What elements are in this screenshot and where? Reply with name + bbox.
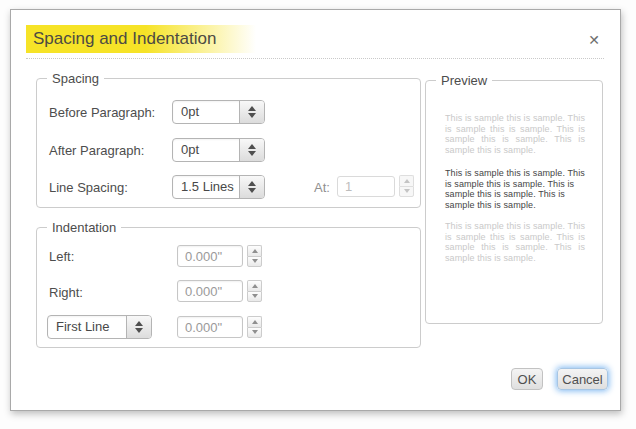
down-arrow-icon (248, 113, 256, 118)
left-indent-spinner[interactable] (247, 245, 262, 267)
spinner-up-icon (252, 284, 258, 288)
spacing-legend: Spacing (47, 71, 104, 86)
preview-paragraph-current: This is sample this is sample. This is s… (445, 168, 585, 210)
spinner-down-icon (252, 294, 258, 298)
dialog-title: Spacing and Indentation (26, 29, 216, 49)
after-paragraph-combo[interactable]: 0pt (172, 138, 265, 162)
at-label: At: (314, 180, 330, 195)
after-paragraph-label: After Paragraph: (49, 143, 144, 158)
preview-paragraph-before: This is sample this is sample. This is s… (445, 113, 585, 155)
title-highlight: Spacing and Indentation (26, 25, 256, 53)
spinner-up-button[interactable] (247, 280, 262, 291)
spinner-down-button[interactable] (247, 291, 262, 303)
at-input (337, 176, 395, 197)
spacing-indentation-dialog: Spacing and Indentation ✕ Spacing Before… (10, 9, 621, 411)
spacing-fieldset: Spacing Before Paragraph: 0pt After Para… (36, 78, 421, 208)
first-line-indent-group (177, 316, 262, 338)
left-indent-input[interactable] (177, 245, 243, 267)
spinner-down-button (399, 186, 414, 198)
right-indent-group (177, 280, 262, 302)
at-spinner (399, 175, 414, 197)
line-spacing-value: 1.5 Lines (173, 176, 239, 198)
spinner-down-icon (252, 259, 258, 263)
spinner-up-icon (404, 179, 410, 183)
before-paragraph-label: Before Paragraph: (49, 105, 155, 120)
line-spacing-label: Line Spacing: (49, 180, 128, 195)
left-indent-group (177, 245, 262, 267)
down-arrow-icon (248, 151, 256, 156)
spinner-up-button (399, 175, 414, 186)
cancel-button[interactable]: Cancel (557, 368, 608, 390)
right-indent-label: Right: (49, 285, 83, 300)
line-spacing-combo[interactable]: 1.5 Lines (172, 175, 265, 199)
header-divider (26, 58, 604, 59)
after-paragraph-value: 0pt (173, 139, 239, 161)
before-paragraph-value: 0pt (173, 101, 239, 123)
screen-background: Spacing and Indentation ✕ Spacing Before… (0, 0, 636, 429)
indentation-fieldset: Indentation Left: Right: First Line (36, 227, 421, 348)
first-line-selector-stepper[interactable] (126, 316, 151, 338)
right-indent-input[interactable] (177, 280, 243, 302)
up-arrow-icon (248, 181, 256, 186)
up-arrow-icon (135, 321, 143, 326)
preview-fieldset: Preview This is sample this is sample. T… (425, 80, 603, 324)
spinner-down-icon (404, 189, 410, 193)
spinner-down-button[interactable] (247, 256, 262, 268)
down-arrow-icon (248, 188, 256, 193)
left-indent-label: Left: (49, 249, 74, 264)
spinner-down-icon (252, 330, 258, 334)
at-spinner-group (337, 175, 414, 197)
spinner-up-button[interactable] (247, 316, 262, 327)
spinner-up-button[interactable] (247, 245, 262, 256)
line-spacing-stepper[interactable] (239, 176, 264, 198)
up-arrow-icon (248, 144, 256, 149)
first-line-selector-value: First Line (48, 316, 126, 338)
ok-button[interactable]: OK (511, 368, 543, 390)
preview-legend: Preview (436, 73, 492, 88)
spinner-down-button[interactable] (247, 327, 262, 339)
first-line-selector[interactable]: First Line (47, 315, 152, 339)
down-arrow-icon (135, 328, 143, 333)
after-paragraph-stepper[interactable] (239, 139, 264, 161)
preview-paragraph-after: This is sample this is sample. This is s… (445, 221, 585, 263)
spinner-up-icon (252, 249, 258, 253)
preview-body: This is sample this is sample. This is s… (445, 113, 585, 263)
right-indent-spinner[interactable] (247, 280, 262, 302)
before-paragraph-combo[interactable]: 0pt (172, 100, 265, 124)
before-paragraph-stepper[interactable] (239, 101, 264, 123)
close-icon[interactable]: ✕ (585, 31, 603, 49)
indentation-legend: Indentation (47, 220, 121, 235)
first-line-indent-input[interactable] (177, 316, 243, 338)
spinner-up-icon (252, 320, 258, 324)
up-arrow-icon (248, 106, 256, 111)
first-line-indent-spinner[interactable] (247, 316, 262, 338)
